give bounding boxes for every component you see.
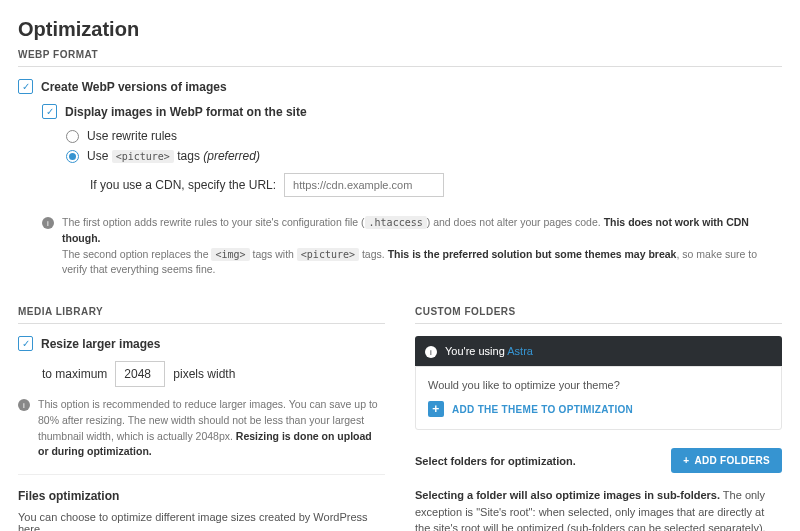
rewrite-label: Use rewrite rules [87, 129, 177, 143]
info-icon: i [18, 399, 30, 411]
plus-icon: + [683, 455, 689, 466]
plus-icon: + [428, 401, 444, 417]
folders-desc: Selecting a folder will also optimize im… [415, 487, 782, 531]
add-theme-button[interactable]: + ADD THE THEME TO OPTIMIZATION [428, 401, 769, 417]
add-folders-button[interactable]: + ADD FOLDERS [671, 448, 782, 473]
px-width-label: pixels width [173, 367, 235, 381]
max-width-input[interactable] [115, 361, 165, 387]
to-max-label: to maximum [42, 367, 107, 381]
resize-label: Resize larger images [41, 337, 160, 351]
resize-note: This option is recommended to reduce lar… [38, 397, 385, 460]
custom-header: CUSTOM FOLDERS [415, 300, 782, 324]
create-webp-checkbox[interactable]: ✓ [18, 79, 33, 94]
info-icon: i [425, 346, 437, 358]
files-desc: You can choose to optimize different ima… [18, 511, 385, 531]
cdn-url-input[interactable] [284, 173, 444, 197]
display-webp-label: Display images in WebP format on the sit… [65, 105, 307, 119]
rewrite-radio[interactable] [66, 130, 79, 143]
page-title: Optimization [18, 18, 782, 41]
display-webp-checkbox[interactable]: ✓ [42, 104, 57, 119]
cdn-label: If you use a CDN, specify the URL: [90, 178, 276, 192]
theme-bar: i You're using Astra [415, 336, 782, 366]
theme-name: Astra [507, 345, 533, 357]
select-folders-label: Select folders for optimization. [415, 455, 576, 467]
resize-checkbox[interactable]: ✓ [18, 336, 33, 351]
files-header: Files optimization [18, 489, 385, 503]
webp-note: The first option adds rewrite rules to y… [62, 215, 782, 278]
media-header: MEDIA LIBRARY [18, 300, 385, 324]
theme-question: Would you like to optimize your theme? [428, 379, 769, 391]
picture-radio[interactable] [66, 150, 79, 163]
webp-header: WEBP FORMAT [18, 43, 782, 67]
info-icon: i [42, 217, 54, 229]
create-webp-label: Create WebP versions of images [41, 80, 227, 94]
picture-label: Use <picture> tags (preferred) [87, 149, 260, 163]
